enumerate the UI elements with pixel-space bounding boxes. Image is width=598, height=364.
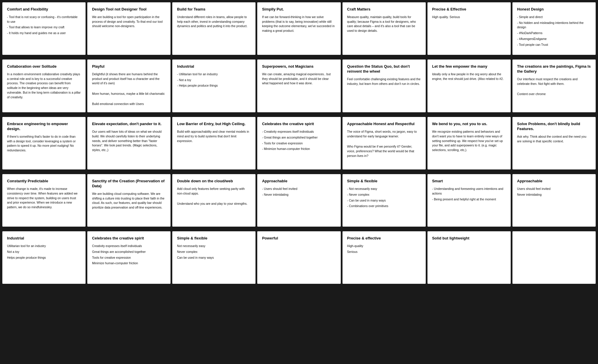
- card-4-0: IndustrialUtilitarian tool for an indust…: [2, 231, 86, 284]
- card-body: When change is made, it's made to increa…: [7, 187, 81, 210]
- card-2-0: Embrace engineering to empower design.If…: [2, 117, 86, 169]
- row-divider-3: [2, 228, 596, 230]
- card-title: Powerful: [262, 236, 336, 241]
- card-title: Smart: [432, 179, 506, 184]
- card-body: - Tool that is not scary or confusing - …: [7, 15, 81, 36]
- card-body: Creativity expresses itself individualsG…: [92, 244, 166, 266]
- card-body: - Simple and direct- No hidden and misle…: [517, 15, 591, 47]
- card-0-2: Build for TeamsUnderstand different role…: [172, 2, 255, 55]
- card-title: Solid but lightweight: [432, 236, 506, 241]
- card-body: - Users should feel invited- Never intim…: [262, 187, 336, 197]
- card-0-1: Design Tool not Designer ToolWe are buil…: [87, 2, 171, 55]
- card-title: Comfort and Flexibility: [7, 7, 81, 12]
- card-title: Approachable Honest and Respectful: [347, 122, 421, 127]
- card-body: We recognize existing patterns and behav…: [432, 130, 506, 153]
- card-1-2: Industrial- Utilitarian tool for an indu…: [172, 60, 255, 112]
- card-3-6: ApproachableUsers should feel invitedNev…: [512, 174, 596, 227]
- card-title: Double down on the cloud/web: [177, 179, 251, 184]
- card-1-4: Question the Status Quo, but don't reinv…: [343, 60, 426, 112]
- main-grid: Comfort and Flexibility- Tool that is no…: [2, 2, 596, 284]
- card-title: Collaboration over Solitude: [7, 64, 81, 69]
- card-2-2: Low Barrier of Entry, but High Ceiling.B…: [172, 117, 255, 169]
- card-title: Constantly Predictable: [7, 179, 81, 184]
- card-4-6: [512, 231, 596, 284]
- card-1-5: Let the few empower the manyIdeally only…: [427, 60, 511, 112]
- card-title: Superpowers, not Magicians: [262, 64, 336, 69]
- card-body: Add cloud only features before seeking p…: [177, 187, 251, 206]
- card-body: Ideally only a few people in the org wor…: [432, 72, 506, 81]
- card-title: Low Barrier of Entry, but High Ceiling.: [177, 122, 251, 127]
- row-divider-1: [2, 114, 596, 115]
- card-3-5: Smart- Understanding and foreseeing user…: [427, 174, 511, 227]
- card-2-4: Approachable Honest and RespectfulThe vo…: [343, 117, 426, 169]
- card-body: The voice of Figma, short words, no jarg…: [347, 130, 421, 158]
- card-0-4: Craft MattersMeasure quality, maintain q…: [343, 2, 426, 55]
- card-title: The creations are the paintings, Figma I…: [517, 64, 591, 74]
- card-title: Simple & flexible: [347, 179, 421, 184]
- card-title: Precise & effective: [347, 236, 421, 241]
- card-body: High-qualitySerious: [347, 244, 421, 254]
- card-3-3: Approachable- Users should feel invited-…: [257, 174, 340, 227]
- card-title: Approachable: [262, 179, 336, 184]
- card-1-6: The creations are the paintings, Figma I…: [512, 60, 596, 112]
- card-3-4: Simple & flexible- Not necessarily easy-…: [343, 174, 426, 227]
- card-body: - Utilitarian tool for an industry- Not …: [177, 72, 251, 88]
- card-title: Industrial: [177, 64, 251, 69]
- card-title: Honest Design: [517, 7, 591, 12]
- card-title: Design Tool not Designer Tool: [92, 7, 166, 12]
- card-3-0: Constantly PredictableWhen change is mad…: [2, 174, 86, 227]
- card-0-5: Precise & EffectiveHigh quality. Serious: [427, 2, 511, 55]
- card-body: If we can be forward-thinking in how we …: [262, 15, 336, 33]
- card-title: Industrial: [7, 236, 81, 241]
- card-title: We bend to you, not you to us.: [432, 122, 506, 127]
- card-body: - Not necessarily easy- Never complex- C…: [347, 187, 421, 209]
- card-body: Utilitarian tool for an industryNot a to…: [7, 244, 81, 260]
- card-4-2: Simple & flexibleNot necessarily easyNev…: [172, 231, 255, 284]
- card-1-0: Collaboration over SolitudeIn a modern e…: [2, 60, 86, 112]
- row-divider-0: [2, 57, 596, 58]
- card-body: Our users will have lots of ideas on wha…: [92, 130, 166, 153]
- card-2-6: Solve Problems, don't blindly build Feat…: [512, 117, 596, 169]
- card-title: Precise & Effective: [432, 7, 506, 12]
- card-4-3: Powerful: [257, 231, 340, 284]
- card-body: We are building cloud computing software…: [92, 192, 166, 210]
- card-4-4: Precise & effectiveHigh-qualitySerious: [343, 231, 426, 284]
- card-4-1: Celebrates the creative spiritCreativity…: [87, 231, 171, 284]
- card-body: In a modern environment collaborative cr…: [7, 72, 81, 100]
- card-title: Question the Status Quo, but don't reinv…: [347, 64, 421, 74]
- card-1-1: PlayfulDelightful (it shows there are hu…: [87, 60, 171, 112]
- card-0-3: Simplly Put.If we can be forward-thinkin…: [257, 2, 340, 55]
- card-body: If there's something that's faster to do…: [7, 134, 81, 153]
- card-title: Build for Teams: [177, 7, 251, 12]
- card-title: Celebrates the creative spirit: [262, 122, 336, 127]
- card-body: Users should feel invitedNever intimidat…: [517, 187, 591, 197]
- card-0-0: Comfort and Flexibility- Tool that is no…: [2, 2, 86, 55]
- card-3-2: Double down on the cloud/webAdd cloud on…: [172, 174, 255, 227]
- card-body: Build with approachability and clear men…: [177, 130, 251, 143]
- card-body: Delightful (it shows there are humans be…: [92, 72, 166, 106]
- card-body: We are building a tool for open particip…: [92, 15, 166, 29]
- card-title: Simple & flexible: [177, 236, 251, 241]
- card-3-1: Sanctity of the Creation (Preservation o…: [87, 174, 171, 227]
- card-body: We can create, amazing magical experienc…: [262, 72, 336, 86]
- card-0-6: Honest Design- Simple and direct- No hid…: [512, 2, 596, 55]
- card-title: Celebrates the creative spirit: [92, 236, 166, 241]
- card-title: Solve Problems, don't blindly build Feat…: [517, 122, 591, 132]
- card-title: Playful: [92, 64, 166, 69]
- card-body: Understand different roles in teams, all…: [177, 15, 251, 29]
- card-2-3: Celebrates the creative spirit- Creativi…: [257, 117, 340, 169]
- card-title: Let the few empower the many: [432, 64, 506, 69]
- card-body: - Creativity expresses itself individual…: [262, 130, 336, 151]
- card-4-5: Solid but lightweight: [427, 231, 511, 284]
- card-title: Simplly Put.: [262, 7, 336, 12]
- card-body: Measure quality, maintain quality, build…: [347, 15, 421, 33]
- card-body: Not necessarily easyNever complexCan be …: [177, 244, 251, 260]
- card-title: Elevate expectation, don't pander to it.: [92, 122, 166, 127]
- card-body: Our interface must respect the creations…: [517, 77, 591, 97]
- card-title: Sanctity of the Creation (Preservation o…: [92, 179, 166, 189]
- card-title: Approachable: [517, 179, 591, 184]
- card-2-5: We bend to you, not you to us.We recogni…: [427, 117, 511, 169]
- card-body: - Understanding and foreseeing users int…: [432, 187, 506, 202]
- card-2-1: Elevate expectation, don't pander to it.…: [87, 117, 171, 169]
- card-title: Embrace engineering to empower design.: [7, 122, 81, 132]
